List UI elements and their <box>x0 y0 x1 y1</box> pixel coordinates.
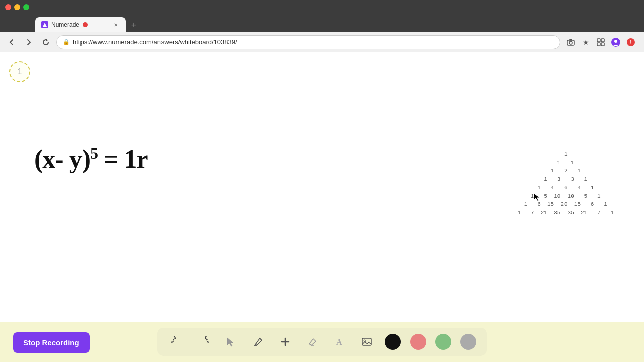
svg-marker-14 <box>206 338 208 341</box>
svg-rect-18 <box>362 338 371 345</box>
svg-rect-7 <box>597 43 600 46</box>
pascals-triangle: 1 1 1 1 2 1 1 3 3 1 1 4 6 4 1 1 5 10 10 … <box>518 150 614 217</box>
svg-marker-1 <box>46 39 48 41</box>
slide-number-badge: 1 <box>9 61 30 82</box>
profile-icon[interactable] <box>610 36 622 48</box>
forward-button[interactable] <box>22 36 35 49</box>
svg-text:A: A <box>336 338 342 346</box>
svg-text:!: ! <box>630 40 631 45</box>
back-button[interactable] <box>5 36 18 49</box>
tool-container: A <box>157 328 487 356</box>
browser-toolbar-right: ★ ! <box>565 36 639 48</box>
svg-rect-5 <box>597 39 600 42</box>
svg-marker-0 <box>43 23 47 27</box>
svg-marker-13 <box>173 338 175 341</box>
tab-bar: Numerade ✕ + <box>0 14 644 32</box>
math-equation: (x- y)5 = 1r <box>34 145 148 172</box>
url-bar[interactable]: 🔒 https://www.numerade.com/answers/white… <box>56 35 560 49</box>
pen-tool-button[interactable] <box>249 333 267 351</box>
tab-title: Numerade <box>51 21 79 28</box>
close-button[interactable] <box>5 4 11 10</box>
stop-recording-button[interactable]: Stop Recording <box>13 332 90 353</box>
title-bar <box>0 0 644 14</box>
color-pink[interactable] <box>410 334 426 350</box>
undo-button[interactable] <box>168 333 186 351</box>
star-icon[interactable]: ★ <box>580 36 592 48</box>
redo-button[interactable] <box>195 333 213 351</box>
url-text: https://www.numerade.com/answers/whitebo… <box>73 38 237 46</box>
svg-rect-6 <box>601 39 604 42</box>
new-tab-button[interactable]: + <box>127 18 141 32</box>
bottom-toolbar: A <box>0 322 644 362</box>
recording-dot <box>83 22 88 27</box>
grid-icon[interactable] <box>595 36 607 48</box>
color-black[interactable] <box>385 334 401 350</box>
color-green[interactable] <box>435 334 451 350</box>
color-gray[interactable] <box>460 334 476 350</box>
image-tool-button[interactable] <box>358 333 376 351</box>
whiteboard-canvas[interactable]: 1 (x- y)5 = 1r 1 1 1 1 2 1 1 3 3 1 1 4 6… <box>0 52 644 322</box>
svg-rect-8 <box>601 43 604 46</box>
minimize-button[interactable] <box>14 4 20 10</box>
address-bar: 🔒 https://www.numerade.com/answers/white… <box>0 32 644 52</box>
camera-icon[interactable] <box>565 36 577 48</box>
svg-point-10 <box>614 40 617 43</box>
tab-close-button[interactable]: ✕ <box>112 21 120 29</box>
maximize-button[interactable] <box>23 4 29 10</box>
svg-rect-4 <box>569 39 572 41</box>
svg-point-3 <box>569 41 572 44</box>
active-tab[interactable]: Numerade ✕ <box>35 17 126 32</box>
lock-icon: 🔒 <box>63 39 70 45</box>
text-tool-button[interactable]: A <box>331 333 349 351</box>
tab-favicon <box>41 21 48 28</box>
page-content: 1 (x- y)5 = 1r 1 1 1 1 2 1 1 3 3 1 1 4 6… <box>0 52 644 362</box>
select-tool-button[interactable] <box>222 333 240 351</box>
add-element-button[interactable] <box>276 333 294 351</box>
refresh-button[interactable] <box>39 36 52 49</box>
extensions-icon[interactable]: ! <box>625 36 637 48</box>
eraser-tool-button[interactable] <box>303 333 321 351</box>
